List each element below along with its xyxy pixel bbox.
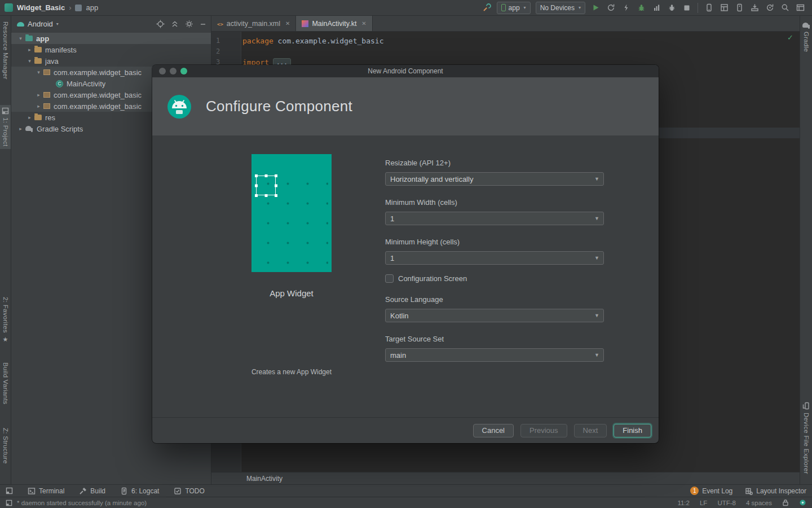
toolwindow-label: Build	[90, 487, 105, 495]
chevron-down-icon: ▾	[579, 5, 581, 10]
run-button[interactable]	[588, 1, 603, 15]
search-everywhere-button[interactable]	[778, 1, 792, 15]
configuration-screen-checkbox[interactable]	[385, 274, 394, 283]
target-source-set-select[interactable]: main ▼	[385, 348, 604, 362]
caret-position[interactable]: 11:2	[677, 500, 690, 506]
hammer-icon	[79, 487, 87, 495]
breadcrumb-module[interactable]: app	[86, 3, 98, 12]
stripe-gradle[interactable]: Gradle	[800, 20, 812, 54]
debug-button[interactable]	[634, 1, 648, 15]
left-tool-stripe: Resource Manager 1: Project 2: Favorites…	[0, 16, 11, 484]
inspections-ok-icon[interactable]	[787, 33, 793, 42]
app-module-icon	[501, 4, 506, 11]
tree-item-label: Gradle Scripts	[37, 125, 83, 133]
window-settings-button[interactable]	[793, 1, 807, 15]
avd-manager-button[interactable]	[732, 1, 747, 15]
resizable-select[interactable]: Horizontally and vertically ▼	[385, 172, 604, 186]
toolwindow-switcher-icon[interactable]	[6, 487, 13, 494]
wrench-icon[interactable]	[479, 1, 494, 15]
titlebar: Widget_Basic › app app ▾ No Devices ▾	[0, 0, 812, 16]
expand-arrow-icon[interactable]: ▾	[25, 58, 34, 64]
toolwindow-layout-inspector[interactable]: Layout Inspector	[745, 487, 806, 495]
file-encoding[interactable]: UTF-8	[717, 500, 736, 506]
event-count-badge: 1	[690, 487, 699, 495]
gradle-sync-button[interactable]	[762, 1, 777, 15]
indent-style[interactable]: 4 spaces	[746, 500, 772, 506]
collapse-all-icon[interactable]	[171, 20, 179, 28]
expand-arrow-icon[interactable]: ▸	[25, 115, 34, 120]
tree-item-manifests[interactable]: ▸ manifests	[11, 44, 211, 55]
close-tab-icon[interactable]: ✕	[285, 20, 290, 27]
stripe-device-file-explorer[interactable]: Device File Explorer	[800, 400, 812, 476]
apply-code-changes-button[interactable]	[619, 1, 633, 15]
expand-arrow-icon[interactable]: ▸	[25, 47, 34, 52]
toolwindow-build[interactable]: Build	[79, 487, 105, 495]
code-line: 2	[211, 47, 800, 58]
lock-icon[interactable]	[782, 499, 789, 506]
window-close-button[interactable]	[159, 68, 166, 75]
folder-icon	[34, 58, 42, 64]
finish-button[interactable]: Finish	[614, 424, 651, 437]
widget-selection-box	[256, 176, 276, 195]
sdk-manager-button[interactable]	[747, 1, 762, 15]
cancel-button[interactable]: Cancel	[473, 424, 514, 437]
toolwindow-label: Layout Inspector	[756, 487, 806, 495]
hide-panel-icon[interactable]	[200, 21, 206, 28]
toolwindow-event-log[interactable]: 1 Event Log	[690, 487, 732, 495]
status-message[interactable]: * daemon started successfully (a minute …	[17, 500, 147, 506]
gear-icon[interactable]	[185, 20, 193, 28]
toolwindow-logcat[interactable]: 6: Logcat	[120, 487, 159, 495]
stripe-project[interactable]: 1: Project	[0, 105, 11, 149]
expand-arrow-icon[interactable]: ▸	[16, 126, 25, 132]
window-minimize-button[interactable]	[170, 68, 176, 75]
status-indicator-icon[interactable]	[799, 499, 806, 506]
stop-button[interactable]	[679, 1, 694, 15]
tab-activity-main-xml[interactable]: activity_main.xml ✕	[211, 16, 296, 31]
dialog-titlebar[interactable]: New Android Component	[152, 65, 659, 77]
previous-button[interactable]: Previous	[520, 424, 567, 437]
min-width-select[interactable]: 1 ▼	[385, 212, 604, 225]
close-tab-icon[interactable]: ✕	[361, 20, 366, 27]
chevron-down-icon: ▼	[594, 255, 599, 261]
window-zoom-button[interactable]	[180, 68, 187, 75]
tree-item-app[interactable]: ▾ app	[11, 33, 211, 44]
toolwindow-terminal[interactable]: Terminal	[28, 487, 64, 495]
status-bar: * daemon started successfully (a minute …	[0, 497, 812, 508]
stripe-build-variants[interactable]: Build Variants	[0, 360, 11, 406]
toolwindow-bar: Terminal Build 6: Logcat TODO 1 Event Lo…	[0, 484, 812, 497]
min-height-select[interactable]: 1 ▼	[385, 251, 604, 265]
stripe-resource-manager[interactable]: Resource Manager	[0, 19, 11, 82]
tree-item-label: com.example.widget_basic	[54, 91, 142, 99]
toolwindow-corner-icon[interactable]	[6, 500, 12, 506]
toolwindow-todo[interactable]: TODO	[174, 487, 204, 495]
layout-inspector-button[interactable]	[717, 1, 731, 15]
package-icon	[43, 92, 50, 98]
stripe-structure[interactable]: Z: Structure	[0, 426, 11, 466]
next-button[interactable]: Next	[574, 424, 607, 437]
expand-arrow-icon[interactable]: ▾	[34, 69, 43, 75]
project-view-selector[interactable]: Android	[28, 20, 53, 28]
code-view[interactable]: 1 package com.example.widget_basic 2 3 i…	[211, 32, 800, 69]
device-selector[interactable]: No Devices ▾	[536, 2, 585, 14]
expand-arrow-icon[interactable]: ▸	[34, 92, 43, 98]
xml-file-icon	[217, 20, 223, 28]
profiler-button[interactable]	[649, 1, 664, 15]
expand-arrow-icon[interactable]: ▾	[16, 36, 25, 41]
line-separator[interactable]: LF	[700, 500, 707, 506]
code-text: com.example.widget_basic	[273, 37, 384, 45]
attach-debugger-button[interactable]	[664, 1, 679, 15]
expand-arrow-icon[interactable]: ▸	[34, 103, 43, 109]
stripe-label: Gradle	[803, 32, 810, 52]
stripe-favorites[interactable]: 2: Favorites ★	[0, 295, 11, 345]
chevron-down-icon: ▼	[594, 313, 599, 318]
locate-file-icon[interactable]	[156, 20, 165, 28]
source-language-select[interactable]: Kotlin ▼	[385, 309, 604, 322]
device-manager-button[interactable]	[701, 1, 716, 15]
stripe-label: Z: Structure	[2, 428, 9, 464]
chevron-down-icon: ▾	[56, 21, 59, 27]
context-file-label[interactable]: MainActivity	[246, 475, 283, 483]
apply-changes-button[interactable]	[603, 1, 618, 15]
tab-mainactivity-kt[interactable]: MainActivity.kt ✕	[296, 16, 372, 31]
tab-label: MainActivity.kt	[312, 20, 356, 28]
run-config-selector[interactable]: app ▾	[497, 2, 531, 14]
